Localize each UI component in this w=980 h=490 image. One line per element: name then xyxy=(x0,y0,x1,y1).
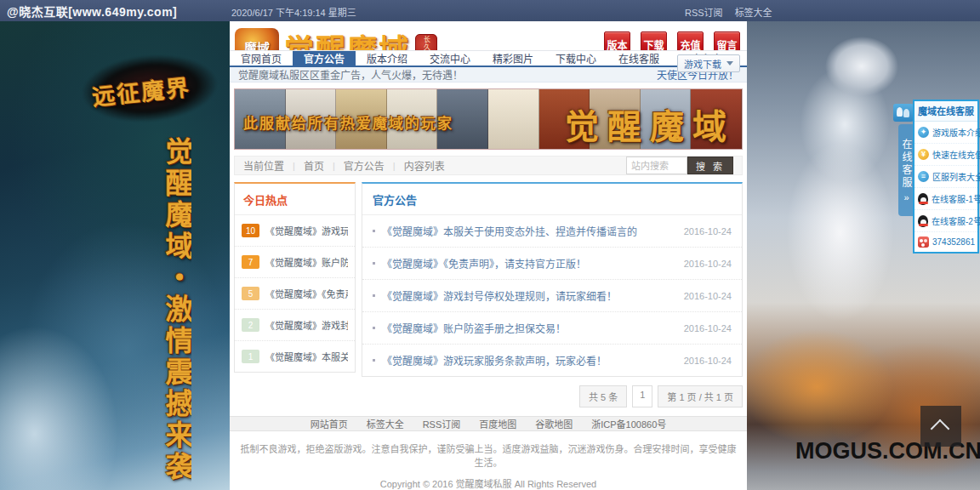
bullet-icon xyxy=(373,359,375,362)
content-row: 今日热点 10 《觉醒魔域》游戏玩家 7 《觉醒魔域》账户防盗 5 《觉醒魔域》… xyxy=(234,182,743,377)
site-search: 搜 索 xyxy=(626,157,733,174)
host-credit: @晓杰互联[www.649my.com] xyxy=(7,3,177,20)
collapse-arrow-icon: » xyxy=(903,192,909,202)
nav-tab-home[interactable]: 官网首页 xyxy=(230,51,293,66)
breadcrumb: 当前位置 | 首页 | 官方公告 | 内容列表 搜 索 xyxy=(234,156,743,175)
hot-list-item[interactable]: 5 《觉醒魔域》《免责声 xyxy=(235,278,355,310)
hot-list-item[interactable]: 10 《觉醒魔域》游戏玩家 xyxy=(235,215,355,247)
announcements-title: 官方公告 xyxy=(373,194,417,207)
service-panel-title: 魔域在线客服 xyxy=(914,101,977,122)
qq-icon xyxy=(918,193,928,205)
rank-badge: 5 xyxy=(242,287,259,300)
announcement-row[interactable]: 《觉醒魔域》本服关于使用变态外挂、捏造并传播谣言的 2016-10-24 xyxy=(362,215,742,248)
hot-list-item[interactable]: 1 《觉醒魔域》本服关于 xyxy=(235,341,355,372)
service-item-qq1[interactable]: 在线客服-1号 xyxy=(914,188,977,210)
bullet-icon xyxy=(373,230,375,232)
tags-link[interactable]: 标签大全 xyxy=(735,5,772,19)
back-to-top-button[interactable] xyxy=(920,406,961,447)
left-background-art: 远征魔界 觉醒魔域・激情震撼来袭 xyxy=(0,21,230,490)
copyright: Copyright © 2016 觉醒魔域私服 All Rights Reser… xyxy=(230,476,747,490)
rank-badge: 1 xyxy=(242,350,259,363)
nav-tab-downloads[interactable]: 下载中心 xyxy=(544,51,607,66)
banner-slogan: 此服献给所有热爱魔域的玩家 xyxy=(243,111,453,133)
top-bar: @晓杰互联[www.649my.com] 2020/6/17 下午4:19:14… xyxy=(0,0,980,21)
nav-tab-service[interactable]: 在线客服 xyxy=(607,51,670,66)
search-input[interactable] xyxy=(626,157,687,174)
chevron-down-icon xyxy=(726,61,733,66)
announcements-box: 官方公告 《觉醒魔域》本服关于使用变态外挂、捏造并传播谣言的 2016-10-2… xyxy=(362,182,743,377)
service-item-recharge[interactable]: ¥ 快速在线充值 xyxy=(914,144,977,166)
datetime-display: 2020/6/17 下午4:19:14 星期三 xyxy=(231,5,356,19)
footer-link-google-map[interactable]: 谷歌地图 xyxy=(535,417,573,430)
qq-group-icon xyxy=(918,236,929,248)
main-nav: 官网首页 官方公告 版本介绍 交流中心 精彩图片 下载中心 在线客服 玩家留言 … xyxy=(230,50,747,67)
nav-tab-community[interactable]: 交流中心 xyxy=(419,51,481,66)
footer-link-rss[interactable]: RSS订阅 xyxy=(423,417,461,430)
post-date: 2016-10-24 xyxy=(675,259,732,269)
promo-banner[interactable]: 此服献给所有热爱魔域的玩家 觉醒魔域 xyxy=(234,88,743,150)
bullet-icon xyxy=(373,327,375,329)
page-info-box: 第 1 页 / 共 1 页 xyxy=(658,385,743,407)
hot-topics-title: 今日热点 xyxy=(243,194,288,207)
hot-list-item[interactable]: 2 《觉醒魔域》游戏封号 xyxy=(235,310,355,341)
hot-topics-box: 今日热点 10 《觉醒魔域》游戏玩家 7 《觉醒魔域》账户防盗 5 《觉醒魔域》… xyxy=(234,182,356,373)
breadcrumb-label: 当前位置 xyxy=(243,158,284,173)
announcement-row[interactable]: 《觉醒魔域》游戏封号停权处理规则，请玩家细看！ 2016-10-24 xyxy=(362,280,742,312)
pagination: 共 5 条 1 第 1 页 / 共 1 页 xyxy=(234,385,743,407)
breadcrumb-content-list[interactable]: 内容列表 xyxy=(404,158,445,173)
footer-links: 网站首页 标签大全 RSS订阅 百度地图 谷歌地图 浙ICP备100860号 xyxy=(230,416,747,431)
footer-link-home[interactable]: 网站首页 xyxy=(311,417,348,430)
footer-link-tags[interactable]: 标签大全 xyxy=(367,417,404,430)
banner-title: 觉醒魔域 xyxy=(565,100,735,149)
server-list-icon: ≡ xyxy=(918,171,929,182)
health-notice: 抵制不良游戏，拒绝盗版游戏。注意自我保护，谨防受骗上当。适度游戏益脑，沉迷游戏伤… xyxy=(230,442,747,469)
footer-icp-number[interactable]: 浙ICP备100860号 xyxy=(591,417,666,430)
rss-link[interactable]: RSS订阅 xyxy=(685,5,723,19)
nav-tab-gallery[interactable]: 精彩图片 xyxy=(481,51,544,66)
right-background-art: MOGUS.COM.CN xyxy=(747,21,980,490)
version-icon: ✦ xyxy=(918,127,929,138)
topbar-links: RSS订阅 标签大全 xyxy=(685,5,772,19)
recharge-icon: ¥ xyxy=(918,149,929,160)
rank-badge: 2 xyxy=(242,318,259,332)
character-art-highlight xyxy=(825,37,898,96)
post-date: 2016-10-24 xyxy=(675,226,732,236)
service-item-version[interactable]: ✦ 游戏版本介绍 xyxy=(914,122,977,144)
nav-tab-announcements[interactable]: 官方公告 xyxy=(293,51,356,66)
rank-badge: 7 xyxy=(242,255,259,269)
customer-service-icon[interactable] xyxy=(893,104,914,122)
breadcrumb-home[interactable]: 首页 xyxy=(304,158,324,173)
bullet-icon xyxy=(373,262,375,265)
hot-list-item[interactable]: 7 《觉醒魔域》账户防盗 xyxy=(235,247,355,278)
announcement-row[interactable]: 《觉醒魔域》游戏玩家服务条款声明，玩家必看！ 2016-10-24 xyxy=(362,345,742,376)
breadcrumb-announcements[interactable]: 官方公告 xyxy=(344,158,385,173)
announcement-row[interactable]: 《觉醒魔域》账户防盗手册之担保交易！ 2016-10-24 xyxy=(362,312,742,345)
announcement-text: 觉醒魔域私服区区重金广告，人气火爆，无待遇！ xyxy=(238,67,463,82)
site-header: 魔域 觉醒魔域 长久版 版本 下载 充值 留言 xyxy=(230,21,747,50)
service-item-server-list[interactable]: ≡ 区服列表大全 xyxy=(914,166,977,188)
announcement-bar: 觉醒魔域私服区区重金广告，人气火爆，无待遇！ 天使区今日开放！ xyxy=(230,67,747,83)
online-service-panel: 魔域在线客服 ✦ 游戏版本介绍 ¥ 快速在线充值 ≡ 区服列表大全 在线客服-1… xyxy=(913,100,979,254)
current-page-button[interactable]: 1 xyxy=(632,385,652,407)
announcement-row[interactable]: 《觉醒魔域》《免责声明》，请支持官方正版！ 2016-10-24 xyxy=(362,248,742,280)
post-date: 2016-10-24 xyxy=(675,356,732,366)
main-column: 魔域 觉醒魔域 长久版 版本 下载 充值 留言 官网首页 官方公告 版本介绍 交… xyxy=(230,21,747,490)
left-art-vertical-slogan: 觉醒魔域・激情震撼来袭 xyxy=(163,137,191,490)
rank-badge: 10 xyxy=(242,224,259,237)
banner-art-slice xyxy=(488,89,539,149)
banner-wrap: 此服献给所有热爱魔域的玩家 觉醒魔域 xyxy=(230,83,747,150)
search-button[interactable]: 搜 索 xyxy=(687,157,733,174)
service-item-qq-group[interactable]: 374352861 xyxy=(914,232,977,252)
footer-link-baidu-map[interactable]: 百度地图 xyxy=(479,417,516,430)
customer-service-tab-label: 在线客服 xyxy=(899,139,914,190)
nav-tab-version[interactable]: 版本介绍 xyxy=(356,51,419,66)
qq-icon xyxy=(918,215,928,227)
game-download-select[interactable]: 游戏下载 xyxy=(677,54,740,72)
total-count-box: 共 5 条 xyxy=(579,385,627,407)
service-item-qq2[interactable]: 在线客服-2号 xyxy=(914,210,977,232)
post-date: 2016-10-24 xyxy=(675,291,732,301)
bullet-icon xyxy=(373,294,375,297)
chevron-up-icon xyxy=(931,419,950,439)
post-date: 2016-10-24 xyxy=(675,323,732,333)
